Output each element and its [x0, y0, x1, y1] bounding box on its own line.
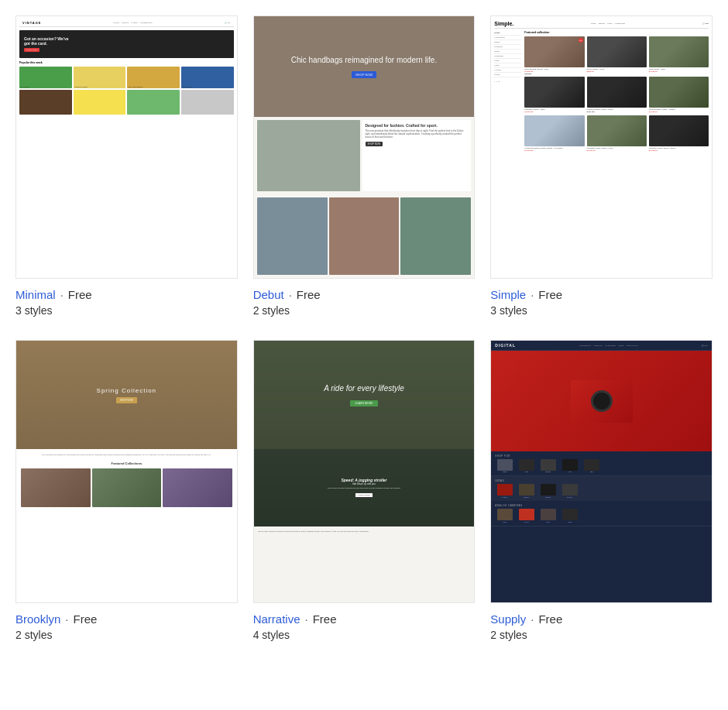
themes-grid: VINTAGE HOME PRINTS CARDS NOTEBOOKS 🛒 24…	[15, 15, 713, 641]
theme-preview-debut[interactable]: Chic handbags reimagined for modern life…	[253, 15, 476, 279]
minimal-card2-2	[74, 90, 126, 115]
narrative-dot: ·	[305, 612, 308, 626]
theme-info-minimal: Minimal · Free 3 styles	[15, 288, 238, 317]
debut-price: Free	[297, 288, 321, 301]
brooklyn-preview-inner: Spring Collection SHOP NOW Our products …	[16, 341, 237, 602]
theme-card-supply: DIGITAL PHOTOGRAPHY VIDEO LIVE ACCESSORI…	[490, 340, 713, 641]
supply-leica-title: LEICA S	[495, 479, 708, 482]
minimal-card-2: AMERICAN DINER	[74, 67, 126, 88]
minimal-hero: Got an occasion? We'vegot the card. SHOP…	[19, 30, 234, 58]
simple-product-7: Compound Denim Puffer Jacket - Acid Wash…	[524, 115, 584, 152]
narrative-hero: A ride for every lifestyle LEARN MORE	[254, 341, 475, 449]
supply-camera-lens	[591, 390, 613, 412]
simple-preview-inner: Simple. Home Jackets Coats Accessories 🛒…	[491, 16, 712, 278]
brooklyn-link[interactable]: Brooklyn	[15, 612, 60, 626]
theme-card-brooklyn: Spring Collection SHOP NOW Our products …	[15, 340, 238, 641]
debut-hero: Chic handbags reimagined for modern life…	[254, 16, 475, 117]
debut-bottom-img-3	[400, 197, 471, 275]
brooklyn-featured-label: Featured Collections	[21, 461, 232, 465]
simple-product-8: Navigator Parka Jacket - Olive $1,000.00	[587, 115, 647, 152]
supply-analog-2: $1,100	[517, 509, 536, 523]
supply-product-5: Flash	[582, 459, 601, 472]
debut-hero-btn: SHOP NOW	[352, 71, 376, 78]
supply-nav-links: PHOTOGRAPHY VIDEO LIVE ACCESSORIES CABLE…	[579, 345, 638, 346]
minimal-link[interactable]: Minimal	[15, 288, 56, 301]
supply-hero-img	[491, 351, 712, 451]
simple-product-6: North Bomber Jacket - Fatigue $1,200.00	[649, 77, 709, 113]
theme-preview-simple[interactable]: Simple. Home Jackets Coats Accessories 🛒…	[490, 15, 713, 279]
simple-featured-title: Featured collection	[524, 31, 709, 34]
narrative-footer: The all-new Summit collection pushes the…	[254, 526, 475, 602]
minimal-card-4: PARTY BOOK	[181, 67, 234, 88]
debut-preview-inner: Chic handbags reimagined for modern life…	[254, 16, 475, 278]
supply-product-6: $1,895+	[495, 484, 514, 498]
minimal-card2-3	[127, 90, 180, 115]
simple-product-9: Navigator Parka Jacket - Black $1,200.00	[649, 115, 709, 152]
supply-styles: 2 styles	[490, 629, 713, 641]
debut-mid-img	[257, 120, 360, 191]
brooklyn-price: Free	[74, 612, 98, 626]
debut-bottom-img-2	[329, 197, 400, 275]
brooklyn-title-row: Brooklyn · Free	[15, 612, 238, 626]
minimal-styles: 3 styles	[15, 304, 238, 317]
supply-link[interactable]: Supply	[490, 612, 526, 626]
supply-product-8: $1,500+	[538, 484, 558, 498]
brooklyn-item-2	[92, 468, 162, 507]
minimal-hero-btn: SHOP NOW	[24, 48, 39, 52]
minimal-cards-row1: STATIONERY AMERICAN DINER GET YOUR GREET…	[19, 67, 234, 88]
brooklyn-hero: Spring Collection SHOP NOW	[16, 341, 237, 449]
theme-preview-supply[interactable]: DIGITAL PHOTOGRAPHY VIDEO LIVE ACCESSORI…	[490, 340, 713, 603]
brooklyn-hero-btn: SHOP NOW	[116, 397, 137, 403]
supply-section-leica: LEICA S $1,895+ $3,600+ $1,500+	[491, 476, 712, 501]
debut-title-row: Debut · Free	[253, 288, 476, 301]
theme-preview-minimal[interactable]: VINTAGE HOME PRINTS CARDS NOTEBOOKS 🛒 24…	[15, 15, 238, 279]
minimal-card2-4	[181, 90, 234, 115]
minimal-title-row: Minimal · Free	[15, 288, 238, 301]
debut-dot: ·	[289, 288, 292, 301]
narrative-mid-btn: SHOW MORE	[355, 492, 373, 498]
minimal-price: Free	[68, 288, 92, 301]
minimal-nav-links: HOME PRINTS CARDS NOTEBOOKS	[113, 22, 152, 24]
supply-section-analog: ANALOG CAMERAS $495 $1,100 $750	[491, 501, 712, 526]
supply-title-row: Supply · Free	[490, 612, 713, 626]
theme-preview-narrative[interactable]: A ride for every lifestyle LEARN MORE Sp…	[253, 340, 476, 603]
brooklyn-styles: 2 styles	[15, 629, 238, 641]
narrative-price: Free	[313, 612, 337, 626]
supply-analog-4: $890	[560, 509, 579, 523]
supply-section-shopfor: SHOP FOR Camera DSLR Mirrorless	[491, 451, 712, 476]
brooklyn-grid	[21, 468, 232, 507]
minimal-brand: VINTAGE	[22, 21, 41, 25]
theme-info-narrative: Narrative · Free 4 styles	[253, 612, 476, 641]
narrative-hero-btn: LEARN MORE	[350, 400, 377, 406]
supply-product-1: Camera	[495, 459, 514, 472]
simple-link[interactable]: Simple	[490, 288, 526, 301]
brooklyn-body: Our products are inspired by the people …	[16, 449, 237, 602]
debut-bottom	[254, 194, 475, 278]
supply-products-1: Camera DSLR Mirrorless Lens	[495, 459, 708, 472]
brooklyn-hero-text: Spring Collection	[97, 387, 156, 394]
narrative-preview-inner: A ride for every lifestyle LEARN MORE Sp…	[254, 341, 475, 602]
minimal-card-3: GET YOUR GREETS	[127, 67, 180, 88]
simple-main-content: Featured collection Sale North Bomber Ja…	[524, 31, 709, 152]
supply-product-9: $3,400+	[560, 484, 579, 498]
supply-analog-title: ANALOG CAMERAS	[495, 504, 708, 507]
brooklyn-desc: Our products are inspired by the people …	[21, 454, 232, 457]
supply-price: Free	[538, 612, 562, 626]
narrative-styles: 4 styles	[253, 629, 476, 641]
theme-info-debut: Debut · Free 2 styles	[253, 288, 476, 317]
supply-product-3: Mirrorless	[538, 459, 558, 472]
debut-link[interactable]: Debut	[253, 288, 284, 301]
simple-layout: Home Accessories Denim Footwear Jeans Ou…	[494, 31, 709, 152]
simple-dot: ·	[531, 288, 534, 301]
narrative-link[interactable]: Narrative	[253, 612, 300, 626]
simple-product-2: Storm Jacket - Olive $800.00	[587, 36, 647, 74]
minimal-nav: VINTAGE HOME PRINTS CARDS NOTEBOOKS 🛒 24…	[19, 19, 234, 27]
supply-dot: ·	[531, 612, 534, 626]
supply-nav: DIGITAL PHOTOGRAPHY VIDEO LIVE ACCESSORI…	[491, 341, 712, 351]
theme-card-narrative: A ride for every lifestyle LEARN MORE Sp…	[253, 340, 476, 641]
supply-analog-1: $495	[495, 509, 514, 523]
minimal-card2-1	[19, 90, 72, 115]
theme-preview-brooklyn[interactable]: Spring Collection SHOP NOW Our products …	[15, 340, 238, 603]
supply-brand: DIGITAL	[495, 343, 516, 348]
supply-camera	[571, 380, 633, 423]
